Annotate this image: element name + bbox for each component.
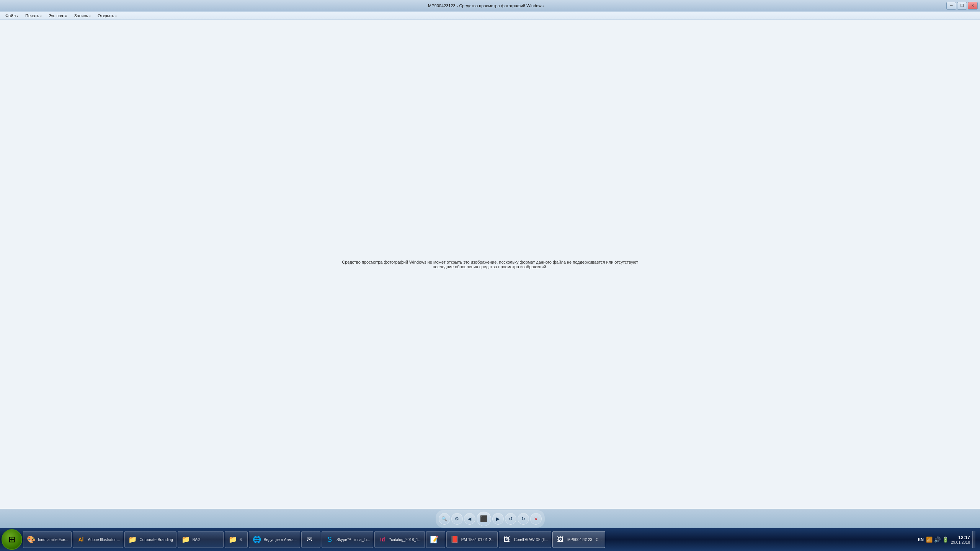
taskbar-chrome-label: Ведущие в Алма... [264,538,297,542]
coreldraw-icon: 🖼 [502,535,511,544]
taskbar-illustrator-label: Adobe Illustrator ... [88,538,120,542]
close-button[interactable]: ✕ [968,2,978,10]
nav-controls-group: 🔍 ⚙ ◀ ⬛ ▶ ↺ ↻ ✕ [436,510,545,528]
delete-button[interactable]: ✕ [530,513,542,525]
clock-date: 29.01.2018 [951,540,970,544]
taskbar-photoviewer[interactable]: 🖼 MP900423123 - C... [552,531,605,548]
system-tray: EN 📶 🔊 🔋 12:17 29.01.2018 [915,528,978,551]
taskbar-email[interactable]: ✉ [301,531,320,548]
taskbar-photoshop-label: fond famille Exe... [38,538,68,542]
folder6-icon: 📁 [228,535,237,544]
taskbar-coreldraw[interactable]: 🖼 CorelDRAW X8 (Il... [499,531,551,548]
menu-record[interactable]: Запись ▾ [71,13,94,19]
restore-button[interactable]: ❐ [957,2,967,10]
next-image-button[interactable]: ▶ [492,513,504,525]
taskbar: ⊞ 🎨 fond famille Exe... Ai Adobe Illustr… [0,528,980,551]
indesign-icon: Id [378,535,387,544]
rotate-ccw-button[interactable]: ↺ [505,513,516,525]
folder-corporate-icon: 📁 [128,535,137,544]
windows-logo-icon: ⊞ [8,535,15,544]
menu-print[interactable]: Печать ▾ [22,13,45,19]
taskbar-notepad[interactable]: 📝 [426,531,445,548]
battery-icon: 🔋 [942,536,949,543]
taskbar-bag-label: BAG [193,538,201,542]
menu-file[interactable]: Файл ▾ [2,13,21,19]
pdf-icon: 📕 [450,535,459,544]
taskbar-pdf-label: PM-1554-01-01-2... [461,538,495,542]
menu-email[interactable]: Эл. почта [46,13,70,19]
taskbar-items: 🎨 fond famille Exe... Ai Adobe Illustrat… [23,528,914,551]
email-icon: ✉ [305,535,314,544]
taskbar-chrome[interactable]: 🌐 Ведущие в Алма... [249,531,300,548]
taskbar-photoshop[interactable]: 🎨 fond famille Exe... [23,531,72,548]
taskbar-skype[interactable]: S Skype™ - irina_lu... [322,531,373,548]
taskbar-skype-label: Skype™ - irina_lu... [336,538,370,542]
prev-image-button[interactable]: ◀ [464,513,475,525]
folder-bag-icon: 📁 [181,535,190,544]
clock[interactable]: 12:17 29.01.2018 [951,535,970,544]
show-desktop-button[interactable] [972,531,975,548]
photoviewer-icon: 🖼 [556,535,565,544]
taskbar-illustrator[interactable]: Ai Adobe Illustrator ... [73,531,123,548]
play-slideshow-button[interactable]: ⬛ [477,512,491,526]
photoshop-icon: 🎨 [26,535,36,544]
skype-icon: S [325,535,334,544]
taskbar-folder6-label: 6 [240,538,242,542]
menu-bar: Файл ▾ Печать ▾ Эл. почта Запись ▾ Откры… [0,11,980,20]
clock-time: 12:17 [951,535,970,540]
language-indicator[interactable]: EN [918,537,924,542]
speaker-icon: 🔊 [934,536,941,543]
main-content: Средство просмотра фотографий Windows не… [0,20,980,509]
rotate-cw-button[interactable]: ↻ [518,513,529,525]
notepad-icon: 📝 [430,535,439,544]
network-icon: 📶 [926,536,933,543]
tray-icons: 📶 🔊 🔋 [926,536,949,543]
taskbar-coreldraw-label: CorelDRAW X8 (Il... [514,538,548,542]
taskbar-pdf[interactable]: 📕 PM-1554-01-01-2... [446,531,498,548]
taskbar-corporate[interactable]: 📁 Corporate Branding [124,531,176,548]
taskbar-bag[interactable]: 📁 BAG [178,531,224,548]
chrome-icon: 🌐 [252,535,261,544]
taskbar-indesign[interactable]: Id *catalog_2018_1... [374,531,425,548]
window-controls: ─ ❐ ✕ [946,2,978,10]
error-message: Средство просмотра фотографий Windows не… [337,260,643,269]
window-title: MP900423123 - Средство просмотра фотогра… [25,3,946,8]
settings-nav-button[interactable]: ⚙ [451,513,463,525]
taskbar-corporate-label: Corporate Branding [139,538,173,542]
viewer-controls: 🔍 ⚙ ◀ ⬛ ▶ ↺ ↻ ✕ [0,509,980,528]
taskbar-photoviewer-label: MP900423123 - C... [567,538,602,542]
illustrator-icon: Ai [76,535,85,544]
title-bar: MP900423123 - Средство просмотра фотогра… [0,0,980,11]
minimize-button[interactable]: ─ [946,2,956,10]
search-nav-button[interactable]: 🔍 [439,513,450,525]
start-button[interactable]: ⊞ [2,529,22,550]
taskbar-folder6[interactable]: 📁 6 [225,531,248,548]
menu-open[interactable]: Открыть ▾ [95,13,120,19]
taskbar-indesign-label: *catalog_2018_1... [389,538,421,542]
